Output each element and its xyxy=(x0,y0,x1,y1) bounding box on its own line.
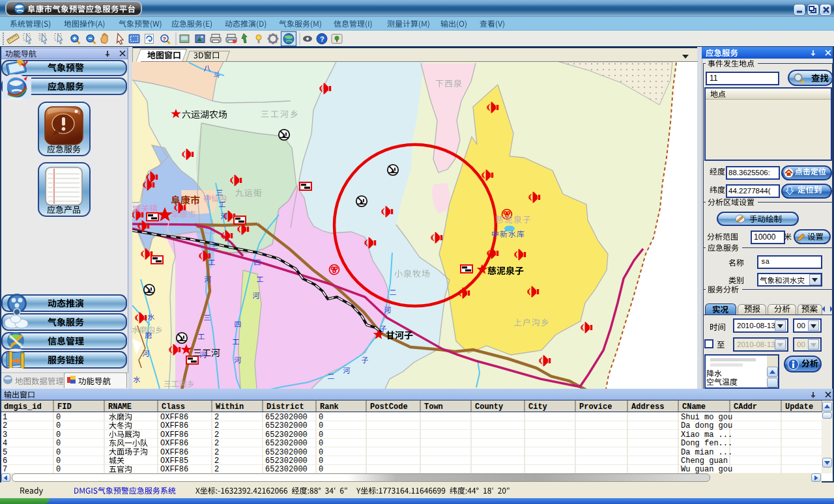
svg-text:0: 0 xyxy=(319,421,323,430)
svg-text:0: 0 xyxy=(56,456,61,466)
svg-text:Provice: Provice xyxy=(579,402,612,412)
svg-text:652302000: 652302000 xyxy=(265,448,308,457)
svg-text:Shui mo gou: Shui mo gou xyxy=(681,413,732,422)
svg-text:2: 2 xyxy=(214,448,219,457)
svg-text:2: 2 xyxy=(214,430,219,440)
svg-text:652302000: 652302000 xyxy=(265,413,308,422)
svg-text:0: 0 xyxy=(319,430,323,440)
svg-text:Address: Address xyxy=(631,402,664,412)
svg-text:Da mian ...: Da mian ... xyxy=(681,448,732,457)
svg-text:City: City xyxy=(528,402,547,412)
svg-text:OXFF86: OXFF86 xyxy=(160,421,188,430)
svg-text:6: 6 xyxy=(3,456,7,466)
svg-text:CName: CName xyxy=(682,402,706,412)
svg-text:0: 0 xyxy=(319,448,323,457)
svg-text:OXFF86: OXFF86 xyxy=(160,430,188,440)
svg-text:0: 0 xyxy=(56,413,61,422)
svg-text:Xiao ma ...: Xiao ma ... xyxy=(681,430,732,440)
svg-text:?: ? xyxy=(163,36,167,42)
svg-text:1: 1 xyxy=(3,413,7,422)
svg-text:2: 2 xyxy=(3,421,7,430)
svg-text:4: 4 xyxy=(3,439,7,448)
svg-text:2: 2 xyxy=(214,439,219,448)
svg-text:CAddr: CAddr xyxy=(734,402,757,412)
svg-text:0: 0 xyxy=(319,413,323,422)
svg-text:Dong fen...: Dong fen... xyxy=(681,439,732,448)
svg-text:2: 2 xyxy=(214,456,219,466)
svg-text:FID: FID xyxy=(57,402,72,412)
svg-text:2: 2 xyxy=(214,421,219,430)
svg-text:PostCode: PostCode xyxy=(370,402,408,412)
svg-text:3: 3 xyxy=(3,430,7,440)
svg-text:2: 2 xyxy=(214,413,219,422)
svg-text:Cheng guan: Cheng guan xyxy=(681,456,728,466)
svg-text:District: District xyxy=(266,402,304,412)
svg-text:RNAME: RNAME xyxy=(108,402,132,412)
svg-text:OXFF86: OXFF86 xyxy=(160,413,188,422)
svg-text:0: 0 xyxy=(56,430,61,440)
svg-text:Class: Class xyxy=(162,402,185,412)
svg-text:0: 0 xyxy=(56,421,61,430)
svg-text:652302000: 652302000 xyxy=(265,421,308,430)
svg-text:Rank: Rank xyxy=(320,402,339,412)
svg-text:5: 5 xyxy=(3,448,7,457)
svg-text:0: 0 xyxy=(319,439,323,448)
svg-text:dmgis_id: dmgis_id xyxy=(4,402,42,412)
svg-text:0: 0 xyxy=(56,448,61,457)
svg-text:OXFF86: OXFF86 xyxy=(160,448,188,457)
svg-text:652302000: 652302000 xyxy=(265,430,308,440)
svg-text:Update: Update xyxy=(785,402,813,412)
svg-text:Da dong gou: Da dong gou xyxy=(681,421,732,430)
svg-text:0: 0 xyxy=(56,439,61,448)
svg-text:0: 0 xyxy=(319,456,323,466)
svg-text:Town: Town xyxy=(424,402,443,412)
svg-text:County: County xyxy=(475,402,503,412)
svg-text:OXFF85: OXFF85 xyxy=(160,456,188,466)
svg-text:?: ? xyxy=(320,35,324,43)
svg-text:Within: Within xyxy=(216,402,244,412)
svg-text:OXFF86: OXFF86 xyxy=(160,439,188,448)
svg-text:652302000: 652302000 xyxy=(265,439,308,448)
svg-text:652302000: 652302000 xyxy=(265,456,308,466)
